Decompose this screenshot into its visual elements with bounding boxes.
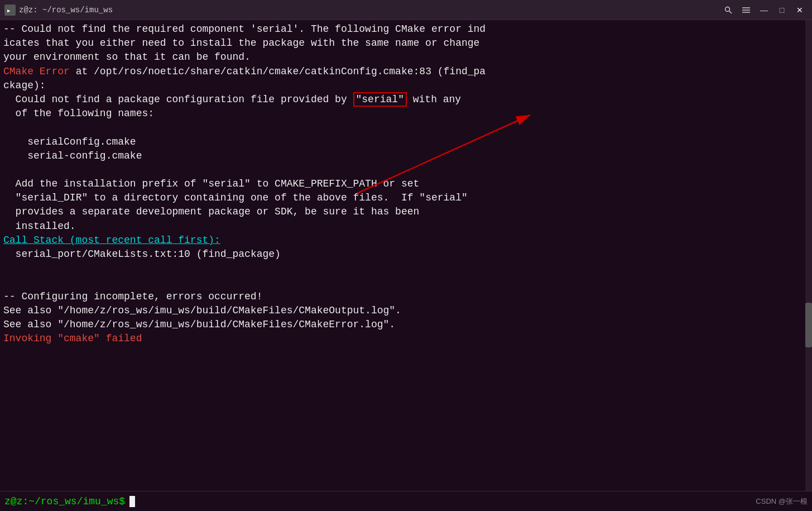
blank-2 xyxy=(3,275,809,289)
line-14: provides a separate development package … xyxy=(3,205,809,219)
titlebar: ▶ z@z: ~/ros_ws/imu_ws — □ ✕ xyxy=(0,0,812,20)
cmake-error-path: at /opt/ros/noetic/share/catkin/cmake/ca… xyxy=(70,66,486,77)
configuring-incomplete: -- Configuring incomplete, errors occurr… xyxy=(3,290,809,304)
line-2: icates that you either need to install t… xyxy=(3,36,809,50)
watermark: CSDN @张一根 xyxy=(756,496,808,507)
line-3: your environment so that it can be found… xyxy=(3,50,809,64)
blank-1 xyxy=(3,261,809,275)
svg-text:▶: ▶ xyxy=(7,8,11,13)
close-button[interactable]: ✕ xyxy=(792,4,808,16)
maximize-button[interactable]: □ xyxy=(774,4,790,16)
line-5: ckage): xyxy=(3,79,809,93)
line-6: Could not find a package configuration f… xyxy=(3,93,809,107)
bottom-bar: z@z:~/ros_ws/imu_ws$ CSDN @张一根 xyxy=(0,491,812,511)
window-title: z@z: ~/ros_ws/imu_ws xyxy=(19,6,113,15)
line-1: -- Could not find the required component… xyxy=(3,22,809,36)
window-controls: — □ ✕ xyxy=(720,4,808,16)
line-15: installed. xyxy=(3,219,809,233)
prompt-text: z@z:~/ros_ws/imu_ws$ xyxy=(4,496,125,507)
invoking-cmake-failed: Invoking "cmake" failed xyxy=(3,332,809,346)
line-11 xyxy=(3,163,809,177)
terminal-content[interactable]: -- Could not find the required component… xyxy=(0,20,812,491)
search-button[interactable] xyxy=(720,4,736,16)
call-stack-header: Call Stack (most recent call first): xyxy=(3,233,809,247)
terminal-icon: ▶ xyxy=(4,4,16,16)
line-12: Add the installation prefix of "serial" … xyxy=(3,177,809,191)
prompt-area: z@z:~/ros_ws/imu_ws$ xyxy=(4,496,135,507)
scrollbar-thumb[interactable] xyxy=(805,303,812,347)
line-13: "serial_DIR" to a directory containing o… xyxy=(3,191,809,205)
see-also-output: See also "/home/z/ros_ws/imu_ws/build/CM… xyxy=(3,304,809,318)
line-4: CMake Error at /opt/ros/noetic/share/cat… xyxy=(3,65,809,79)
minimize-button[interactable]: — xyxy=(756,4,772,16)
line-10: serial-config.cmake xyxy=(3,149,809,163)
cursor xyxy=(129,496,135,507)
serial-highlight: "serial" xyxy=(353,92,407,107)
line-9: serialConfig.cmake xyxy=(3,135,809,149)
cmake-error-label: CMake Error xyxy=(3,66,70,77)
line-7: of the following names: xyxy=(3,107,809,121)
call-stack-item: serial_port/CMakeLists.txt:10 (find_pack… xyxy=(3,247,809,261)
see-also-error: See also "/home/z/ros_ws/imu_ws/build/CM… xyxy=(3,318,809,332)
scrollbar[interactable] xyxy=(805,20,812,491)
menu-button[interactable] xyxy=(738,4,754,16)
line-8 xyxy=(3,121,809,135)
svg-point-2 xyxy=(725,7,730,11)
titlebar-left: ▶ z@z: ~/ros_ws/imu_ws xyxy=(4,4,113,16)
svg-line-3 xyxy=(729,11,732,13)
